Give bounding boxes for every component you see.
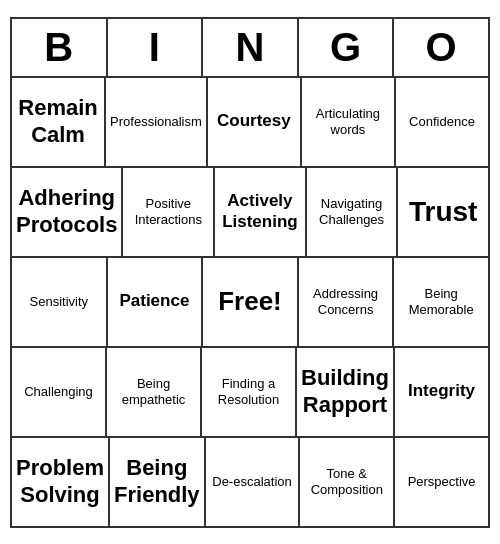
bingo-row-4: Problem SolvingBeing FriendlyDe-escalati… bbox=[12, 438, 488, 526]
cell-4-4: Perspective bbox=[395, 438, 488, 526]
bingo-row-1: Adhering ProtocolsPositive InteractionsA… bbox=[12, 168, 488, 258]
bingo-row-0: Remain CalmProfessionalismCourtesyArticu… bbox=[12, 78, 488, 168]
cell-0-2: Courtesy bbox=[208, 78, 302, 166]
cell-4-0: Problem Solving bbox=[12, 438, 110, 526]
cell-2-1: Patience bbox=[108, 258, 204, 346]
cell-0-3: Articulating words bbox=[302, 78, 396, 166]
header-letter-n: N bbox=[203, 19, 299, 76]
bingo-card: BINGO Remain CalmProfessionalismCourtesy… bbox=[10, 17, 490, 528]
bingo-header: BINGO bbox=[12, 19, 488, 78]
bingo-grid: Remain CalmProfessionalismCourtesyArticu… bbox=[12, 78, 488, 526]
cell-3-3: Building Rapport bbox=[297, 348, 395, 436]
cell-0-4: Confidence bbox=[396, 78, 488, 166]
cell-3-1: Being empathetic bbox=[107, 348, 202, 436]
cell-4-1: Being Friendly bbox=[110, 438, 206, 526]
cell-3-0: Challenging bbox=[12, 348, 107, 436]
cell-2-0: Sensitivity bbox=[12, 258, 108, 346]
cell-1-4: Trust bbox=[398, 168, 488, 256]
cell-0-1: Professionalism bbox=[106, 78, 208, 166]
cell-3-4: Integrity bbox=[395, 348, 488, 436]
cell-4-3: Tone & Composition bbox=[300, 438, 395, 526]
cell-4-2: De-escalation bbox=[206, 438, 301, 526]
cell-2-4: Being Memorable bbox=[394, 258, 488, 346]
cell-3-2: Finding a Resolution bbox=[202, 348, 297, 436]
cell-1-2: Actively Listening bbox=[215, 168, 307, 256]
bingo-row-2: SensitivityPatienceFree!Addressing Conce… bbox=[12, 258, 488, 348]
header-letter-i: I bbox=[108, 19, 204, 76]
header-letter-o: O bbox=[394, 19, 488, 76]
header-letter-g: G bbox=[299, 19, 395, 76]
cell-2-2: Free! bbox=[203, 258, 299, 346]
header-letter-b: B bbox=[12, 19, 108, 76]
bingo-row-3: ChallengingBeing empatheticFinding a Res… bbox=[12, 348, 488, 438]
cell-1-3: Navigating Challenges bbox=[307, 168, 399, 256]
cell-0-0: Remain Calm bbox=[12, 78, 106, 166]
cell-1-1: Positive Interactions bbox=[123, 168, 215, 256]
cell-2-3: Addressing Concerns bbox=[299, 258, 395, 346]
cell-1-0: Adhering Protocols bbox=[12, 168, 123, 256]
